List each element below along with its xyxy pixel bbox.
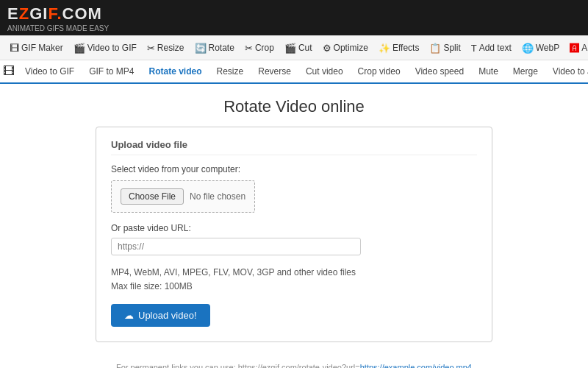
video-to-gif-icon: 🎬 — [74, 43, 85, 54]
sub-nav-item-gif-to-mp4[interactable]: GIF to MP4 — [82, 60, 141, 84]
cut-icon: 🎬 — [284, 43, 296, 54]
choose-file-button[interactable]: Choose File — [121, 188, 184, 205]
sub-nav-label-merge: Merge — [513, 66, 538, 77]
nav-label-crop: Crop — [255, 43, 274, 53]
footer: For permanent links you can use: https:/… — [0, 357, 588, 368]
sub-nav-item-video-to-jpg[interactable]: Video to JPG — [545, 60, 588, 84]
nav-item-crop[interactable]: ✂ Crop — [240, 35, 279, 60]
logo-tagline: ANIMATED GIFS MADE EASY — [7, 24, 581, 32]
file-input-area: Choose File No file chosen — [111, 180, 255, 213]
sub-nav-label-resize: Resize — [217, 66, 244, 77]
nav-item-rotate[interactable]: 🔄 Rotate — [190, 35, 240, 60]
upload-btn-label: Upload video! — [138, 310, 197, 321]
nav-label-gif-maker: GIF Maker — [21, 43, 63, 53]
nav-label-optimize: Optimize — [334, 43, 368, 53]
add-text-icon: T — [471, 43, 477, 54]
logo[interactable]: EZGIF.COM — [7, 4, 581, 24]
sub-nav-item-rotate-video[interactable]: Rotate video — [142, 60, 209, 84]
nav-item-split[interactable]: 📋 Split — [424, 35, 465, 60]
sub-nav-item-video-speed[interactable]: Video speed — [408, 60, 472, 84]
sub-nav-label-video-to-jpg: Video to JPG — [553, 66, 588, 77]
video-subicon: 🎞 — [3, 65, 15, 78]
logo-bar: EZGIF.COM ANIMATED GIFS MADE EASY — [0, 0, 588, 35]
nav-label-split: Split — [443, 43, 460, 53]
sub-nav-item-resize[interactable]: Resize — [209, 60, 251, 84]
formats-line2: Max file size: 100MB — [111, 280, 477, 294]
footer-text: For permanent links you can use: https:/… — [116, 363, 360, 368]
sub-nav-label-mute: Mute — [478, 66, 498, 77]
gif-maker-icon: 🎞 — [10, 43, 19, 54]
upload-box: Upload video file Select video from your… — [96, 127, 492, 342]
select-video-label: Select video from your computer: — [111, 164, 477, 174]
nav-label-video-to-gif: Video to GIF — [87, 43, 137, 53]
split-icon: 📋 — [429, 43, 441, 54]
sub-nav-label-video-to-gif: Video to GIF — [25, 66, 74, 77]
nav-label-resize: Resize — [157, 43, 184, 53]
formats-line1: MP4, WebM, AVI, MPEG, FLV, MOV, 3GP and … — [111, 266, 477, 280]
nav-item-cut[interactable]: 🎬 Cut — [279, 35, 318, 60]
nav-item-effects[interactable]: ✨ Effects — [373, 35, 424, 60]
sub-nav-label-gif-to-mp4: GIF to MP4 — [89, 66, 134, 77]
sub-nav-label-reverse: Reverse — [258, 66, 291, 77]
sub-nav-item-mute[interactable]: Mute — [471, 60, 506, 84]
nav-label-apng: APNG — [581, 43, 588, 53]
nav-label-effects: Effects — [392, 43, 419, 53]
sub-nav-item-cut-video[interactable]: Cut video — [298, 60, 351, 84]
nav-item-add-text[interactable]: T Add text — [466, 35, 517, 60]
effects-icon: ✨ — [379, 43, 390, 54]
nav-item-gif-maker[interactable]: 🎞 GIF Maker — [4, 35, 68, 60]
main-content: Rotate Video online Upload video file Se… — [0, 84, 588, 350]
nav-item-apng[interactable]: 🅰 APNG — [564, 35, 588, 60]
upload-box-title: Upload video file — [111, 139, 477, 155]
resize-icon: ✂ — [147, 43, 155, 54]
footer-link[interactable]: https://example.com/video.mp4 — [360, 363, 472, 368]
nav-label-add-text: Add text — [479, 43, 512, 53]
nav-label-cut: Cut — [298, 43, 312, 53]
sub-nav-item-merge[interactable]: Merge — [506, 60, 545, 84]
page-title: Rotate Video online — [15, 97, 573, 116]
upload-button[interactable]: ☁ Upload video! — [111, 304, 210, 327]
nav-item-optimize[interactable]: ⚙ Optimize — [318, 35, 373, 60]
sub-nav-item-video-to-gif[interactable]: Video to GIF — [18, 60, 82, 84]
optimize-icon: ⚙ — [323, 43, 331, 54]
apng-icon: 🅰 — [570, 43, 579, 54]
upload-icon: ☁ — [124, 310, 134, 321]
crop-icon: ✂ — [245, 43, 253, 54]
sub-nav-item-crop-video[interactable]: Crop video — [351, 60, 408, 84]
nav-label-webp: WebP — [536, 43, 559, 53]
rotate-icon: 🔄 — [195, 43, 207, 54]
nav-label-rotate: Rotate — [209, 43, 234, 53]
webp-icon: 🌐 — [522, 43, 534, 54]
main-nav: 🎞 GIF Maker 🎬 Video to GIF ✂ Resize 🔄 Ro… — [0, 35, 588, 60]
url-input[interactable] — [111, 238, 361, 255]
sub-nav-item-reverse[interactable]: Reverse — [251, 60, 298, 84]
sub-nav-label-video-speed: Video speed — [415, 66, 465, 77]
nav-item-video-to-gif[interactable]: 🎬 Video to GIF — [68, 35, 142, 60]
sub-nav-label-crop-video: Crop video — [358, 66, 401, 77]
sub-nav-label-rotate-video: Rotate video — [149, 66, 202, 77]
sub-nav-label-cut-video: Cut video — [306, 66, 343, 77]
nav-item-webp[interactable]: 🌐 WebP — [517, 35, 564, 60]
nav-item-resize[interactable]: ✂ Resize — [142, 35, 190, 60]
file-formats: MP4, WebM, AVI, MPEG, FLV, MOV, 3GP and … — [111, 266, 477, 294]
no-file-text: No file chosen — [190, 191, 245, 202]
url-label: Or paste video URL: — [111, 223, 477, 233]
sub-nav: 🎞 Video to GIF GIF to MP4 Rotate video R… — [0, 60, 588, 84]
